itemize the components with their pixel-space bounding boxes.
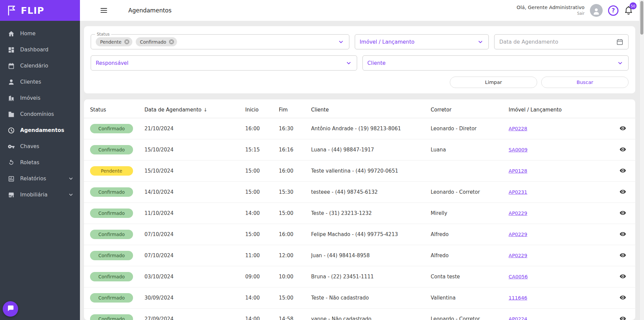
chip-label: Pendente [100, 39, 122, 45]
date-filter[interactable]: Data de Agendamento [494, 34, 629, 49]
client-cell: yanne - Não cadastrado [311, 316, 431, 320]
client-cell: Bruna - (22) 23451-1111 [311, 274, 431, 280]
column-header-fim: Fim [279, 107, 311, 113]
status-badge: Confirmado [90, 187, 133, 197]
responsible-filter[interactable]: Responsável [91, 55, 357, 71]
property-cell: AP0224 [509, 316, 607, 320]
view-appointment-button[interactable] [618, 252, 627, 259]
chat-button[interactable] [3, 301, 18, 317]
client-filter[interactable]: Cliente [362, 55, 629, 71]
view-appointment-button[interactable] [618, 210, 627, 217]
sidebar-item-label: Imóveis [20, 95, 40, 101]
property-link[interactable]: AP0228 [509, 126, 527, 131]
property-cell: AP0228 [509, 126, 607, 132]
sidebar-item-condominios[interactable]: Condomínios [0, 106, 80, 122]
menu-toggle-icon[interactable] [99, 6, 108, 15]
sidebar-item-agendamentos[interactable]: Agendamentos [0, 122, 80, 138]
sidebar-item-roletas[interactable]: Roletas [0, 154, 80, 171]
actions-cell [607, 188, 629, 196]
status-cell: Pendente [90, 166, 144, 176]
broker-cell: Conta teste [431, 274, 509, 280]
status-filter[interactable]: Status PendenteConfirmado [91, 34, 349, 49]
sidebar-item-label: Relatórios [20, 176, 46, 182]
client-filter-placeholder: Cliente [368, 60, 386, 66]
client-cell: Antônio Andrade - (19) 98213-8061 [311, 126, 431, 132]
view-appointment-button[interactable] [618, 167, 627, 175]
view-appointment-button[interactable] [618, 273, 627, 280]
sidebar-item-clientes[interactable]: Clientes [0, 74, 80, 90]
property-link[interactable]: AP0229 [509, 232, 527, 237]
property-link[interactable]: 111646 [509, 295, 527, 301]
chip-remove-icon[interactable] [124, 39, 130, 45]
column-header-corretor: Corretor [431, 107, 509, 113]
client-cell: Teste - (31) 23213-1232 [311, 210, 431, 216]
broker-cell: Luana [431, 147, 509, 153]
sidebar-item-dashboard[interactable]: Dashboard [0, 42, 80, 58]
end-time-cell: 14:58 [279, 316, 311, 320]
chevron-down-icon [68, 192, 74, 198]
sidebar-item-home[interactable]: Home [0, 26, 80, 42]
date-cell: 21/10/2024 [144, 126, 245, 132]
avatar[interactable] [590, 4, 603, 17]
property-link[interactable]: SA0009 [509, 147, 527, 152]
view-appointment-button[interactable] [618, 231, 627, 238]
actions-cell [607, 315, 629, 320]
status-badge: Confirmado [90, 272, 133, 281]
sidebar-item-chaves[interactable]: Chaves [0, 138, 80, 154]
scrollbar-track [639, 0, 644, 320]
start-time-cell: 11:00 [245, 253, 279, 259]
app: FLIP HomeDashboardCalendárioClientesImóv… [0, 0, 644, 320]
property-filter[interactable]: Imóvel / Lançamento [355, 34, 489, 49]
actions-cell [607, 252, 629, 259]
scrollbar-thumb[interactable] [640, 1, 643, 35]
sidebar: FLIP HomeDashboardCalendárioClientesImóv… [0, 0, 80, 320]
responsible-filter-placeholder: Responsável [96, 60, 128, 66]
sidebar-item-calendario[interactable]: Calendário [0, 58, 80, 74]
start-time-cell: 14:00 [245, 316, 279, 320]
property-link[interactable]: AP0229 [509, 211, 527, 216]
property-link[interactable]: CA0056 [509, 274, 528, 279]
sidebar-item-label: Chaves [20, 143, 39, 149]
sidebar-item-imoveis[interactable]: Imóveis [0, 90, 80, 106]
chevron-down-icon [477, 39, 484, 45]
date-cell: 07/10/2024 [144, 253, 245, 259]
property-link[interactable]: AP0229 [509, 253, 527, 258]
help-icon[interactable]: ? [608, 5, 618, 16]
date-cell: 07/10/2024 [144, 231, 245, 237]
clear-button[interactable]: Limpar [450, 77, 537, 88]
logout-link[interactable]: Sair [517, 11, 585, 16]
notifications-button[interactable]: 50 [624, 5, 634, 16]
property-cell: AP0231 [509, 189, 607, 195]
property-cell: SA0009 [509, 147, 607, 153]
chip-remove-icon[interactable] [169, 39, 174, 45]
page-title: Agendamentos [128, 7, 172, 14]
status-cell: Confirmado [90, 314, 144, 320]
search-button[interactable]: Buscar [541, 77, 629, 88]
filter-panel: Status PendenteConfirmado Imóvel / Lança… [84, 26, 635, 93]
calendar-icon[interactable] [616, 38, 624, 46]
filter-actions: Limpar Buscar [91, 77, 629, 88]
column-header-data-de-agendamento[interactable]: Data de Agendamento↓ [144, 107, 245, 113]
property-link[interactable]: AP0231 [509, 189, 527, 195]
main-area: Agendamentos Olá, Gerente Administrativo… [80, 0, 644, 320]
status-badge: Confirmado [90, 145, 133, 154]
broker-cell: Mirelly [431, 210, 509, 216]
view-appointment-button[interactable] [618, 294, 627, 302]
condos-icon [7, 110, 15, 118]
view-appointment-button[interactable] [618, 315, 627, 320]
view-appointment-button[interactable] [618, 125, 627, 132]
start-time-cell: 14:00 [245, 210, 279, 216]
status-badge: Confirmado [90, 124, 133, 133]
property-link[interactable]: AP0128 [509, 168, 527, 174]
view-appointment-button[interactable] [618, 146, 627, 153]
status-cell: Confirmado [90, 230, 144, 239]
sidebar-item-relatorios[interactable]: Relatórios [0, 171, 80, 187]
sidebar-item-label: Home [20, 31, 36, 37]
filter-chip-pendente: Pendente [96, 37, 132, 46]
person-icon [592, 7, 601, 17]
sidebar-item-imobiliaria[interactable]: Imobiliária [0, 187, 80, 203]
property-link[interactable]: AP0224 [509, 316, 527, 320]
table-row: Confirmado15/10/202415:1516:16Luana - (4… [84, 139, 635, 161]
view-appointment-button[interactable] [618, 188, 627, 196]
client-cell: testeee - (44) 98745-6132 [311, 189, 431, 195]
